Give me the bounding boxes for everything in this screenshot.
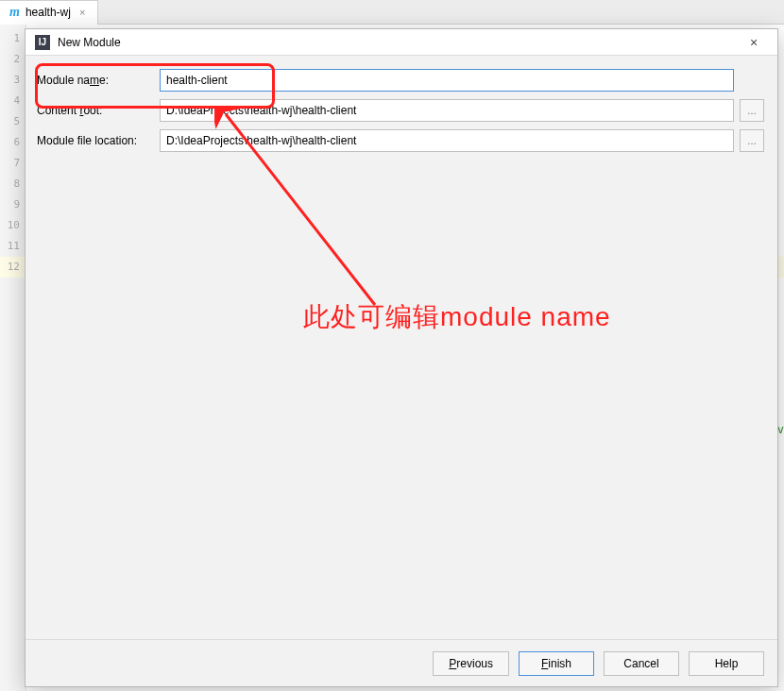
tab-label: health-wj xyxy=(26,6,71,19)
line-number: 4 xyxy=(0,91,26,111)
maven-icon: m xyxy=(9,5,20,20)
line-number: 8 xyxy=(0,174,26,194)
help-button[interactable]: Help xyxy=(689,651,764,676)
new-module-dialog: IJ New Module × Module name: Content roo… xyxy=(25,28,778,687)
dialog-content: Module name: Content root: … Module file… xyxy=(26,56,777,639)
line-number: 7 xyxy=(0,153,26,174)
dialog-button-bar: Previous Finish Cancel Help xyxy=(26,639,777,686)
line-number: 5 xyxy=(0,111,26,132)
dialog-title-bar[interactable]: IJ New Module × xyxy=(26,29,777,56)
dialog-title: New Module xyxy=(58,36,740,49)
content-root-label: Content root: xyxy=(37,104,154,117)
module-file-location-browse-button[interactable]: … xyxy=(740,129,764,152)
close-icon[interactable]: × xyxy=(740,33,768,52)
line-number: 12 xyxy=(0,257,26,278)
module-name-label: Module name: xyxy=(37,74,154,87)
module-name-input[interactable] xyxy=(160,69,734,92)
editor-background: m health-wj × 1 2 3 4 5 6 7 8 9 10 11 12… xyxy=(0,0,784,691)
finish-button[interactable]: Finish xyxy=(519,651,594,676)
line-number: 6 xyxy=(0,132,26,153)
line-number: 3 xyxy=(0,70,26,91)
module-file-location-label: Module file location: xyxy=(37,134,154,147)
line-number-gutter: 1 2 3 4 5 6 7 8 9 10 11 12 xyxy=(0,25,26,691)
intellij-icon: IJ xyxy=(35,35,50,50)
editor-tab-bar: m health-wj × xyxy=(0,0,784,25)
editor-tab-health-wj[interactable]: m health-wj × xyxy=(0,0,98,25)
content-root-input[interactable] xyxy=(160,99,734,122)
close-icon[interactable]: × xyxy=(77,7,88,18)
line-number: 1 xyxy=(0,28,26,49)
line-number: 2 xyxy=(0,49,26,70)
annotation-text: 此处可编辑module name xyxy=(303,299,611,335)
previous-button[interactable]: Previous xyxy=(433,651,509,676)
line-number: 11 xyxy=(0,236,26,257)
line-number: 9 xyxy=(0,194,26,215)
line-number: 10 xyxy=(0,215,26,236)
form-grid: Module name: Content root: … Module file… xyxy=(37,69,766,152)
module-file-location-input[interactable] xyxy=(160,129,734,152)
cancel-button[interactable]: Cancel xyxy=(604,651,679,676)
content-root-browse-button[interactable]: … xyxy=(740,99,764,122)
